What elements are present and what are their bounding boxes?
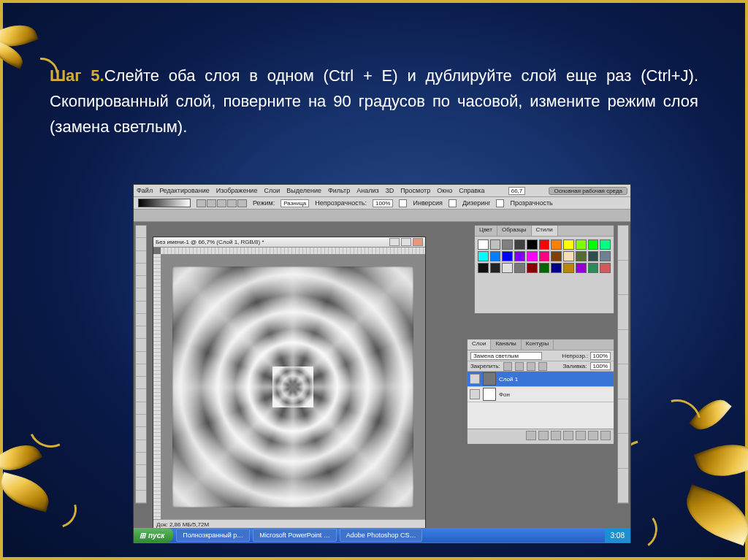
windows-taskbar: ⊞ пуск Полноэкранный р… Microsoft PowerP… [134, 528, 630, 542]
adjustment-layer-icon[interactable] [563, 431, 573, 440]
style-swatch[interactable] [502, 239, 513, 250]
menu-filter[interactable]: Фильтр [328, 187, 350, 194]
system-tray[interactable]: 3:08 [605, 528, 630, 542]
gradient-preview[interactable] [138, 199, 191, 207]
swatch-grid[interactable] [475, 237, 614, 276]
style-swatch[interactable] [539, 239, 550, 250]
menu-file[interactable]: Файл [137, 187, 153, 194]
close-button[interactable] [413, 238, 423, 246]
style-swatch[interactable] [502, 263, 513, 273]
taskbar-item[interactable]: Adobe Photoshop CS… [340, 529, 423, 542]
document-window: Без имени-1 @ 66,7% (Слой 1, RGB/8) * До… [153, 237, 426, 530]
mode-label: Режим: [253, 199, 275, 207]
style-swatch[interactable] [478, 263, 489, 273]
style-swatch[interactable] [551, 239, 562, 250]
style-swatch[interactable] [588, 239, 599, 250]
link-layers-icon[interactable] [526, 431, 536, 440]
menu-help[interactable]: Справка [459, 187, 484, 194]
style-swatch[interactable] [478, 239, 489, 250]
lock-position-icon[interactable] [527, 362, 535, 371]
style-swatch[interactable] [551, 263, 562, 273]
minimize-button[interactable] [389, 238, 400, 246]
lock-pixels-icon[interactable] [515, 362, 524, 371]
tab-swatches[interactable]: Образцы [497, 226, 532, 236]
style-swatch[interactable] [563, 263, 574, 273]
tab-styles[interactable]: Стили [532, 226, 558, 236]
dither-label: Дизеринг [462, 199, 490, 207]
new-layer-icon[interactable] [588, 431, 598, 440]
style-swatch[interactable] [563, 251, 574, 261]
style-swatch[interactable] [576, 239, 587, 250]
tab-channels[interactable]: Каналы [491, 340, 521, 350]
fill-field[interactable]: 100% [590, 362, 611, 370]
style-swatch[interactable] [514, 239, 525, 250]
style-swatch[interactable] [576, 263, 587, 273]
layer-opacity-field[interactable]: 100% [590, 352, 611, 360]
style-swatch[interactable] [490, 239, 501, 250]
toolbox[interactable] [135, 225, 147, 504]
style-swatch[interactable] [514, 263, 525, 273]
style-swatch[interactable] [551, 251, 562, 261]
style-swatch[interactable] [490, 251, 501, 261]
style-swatch[interactable] [527, 239, 538, 250]
style-swatch[interactable] [490, 263, 501, 273]
layer-style-icon[interactable] [538, 431, 549, 440]
start-label: пуск [148, 532, 164, 540]
lock-transparency-icon[interactable] [503, 362, 512, 371]
style-swatch[interactable] [527, 263, 538, 273]
style-swatch[interactable] [588, 263, 599, 273]
layer-row[interactable]: Слой 1 [468, 372, 614, 387]
transparency-checkbox[interactable] [496, 199, 504, 207]
menu-layers[interactable]: Слои [264, 187, 280, 194]
style-swatch[interactable] [478, 251, 489, 261]
blend-mode-select[interactable]: Замена светлым [470, 352, 542, 360]
taskbar-item[interactable]: Microsoft PowerPoint … [253, 529, 337, 542]
style-swatch[interactable] [539, 263, 550, 273]
trash-icon[interactable] [600, 431, 611, 440]
instruction-text: Слейте оба слоя в одном (Ctrl + E) и дуб… [50, 66, 698, 136]
layer-name: Фон [499, 391, 510, 398]
menu-3d[interactable]: 3D [386, 187, 394, 194]
style-swatch[interactable] [600, 239, 611, 250]
taskbar-item[interactable]: Полноэкранный р… [176, 529, 250, 542]
workspace-switcher[interactable]: Основная рабочая среда [549, 187, 627, 195]
menu-image[interactable]: Изображение [216, 187, 258, 194]
style-swatch[interactable] [563, 239, 574, 250]
tab-layers[interactable]: Слои [468, 340, 491, 350]
maximize-button[interactable] [401, 238, 411, 246]
style-swatch[interactable] [588, 251, 599, 261]
right-dock[interactable] [617, 225, 629, 504]
style-swatch[interactable] [539, 251, 550, 261]
layer-mask-icon[interactable] [551, 431, 561, 440]
lock-all-icon[interactable] [538, 362, 547, 371]
canvas[interactable] [161, 254, 425, 519]
visibility-icon[interactable] [470, 389, 480, 399]
style-swatch[interactable] [502, 251, 513, 261]
inverse-checkbox[interactable] [399, 199, 407, 207]
zoom-field[interactable]: 66,7 [508, 187, 526, 195]
tab-color[interactable]: Цвет [475, 226, 497, 236]
menu-analysis[interactable]: Анализ [356, 187, 378, 194]
dither-checkbox[interactable] [449, 199, 457, 207]
document-title: Без имени-1 @ 66,7% (Слой 1, RGB/8) * [156, 239, 264, 245]
menu-select[interactable]: Выделение [286, 187, 321, 194]
style-swatch[interactable] [514, 251, 525, 261]
blend-mode-field[interactable]: Разница [280, 199, 309, 207]
start-button[interactable]: ⊞ пуск [134, 528, 173, 542]
style-swatch[interactable] [600, 251, 611, 261]
style-swatch[interactable] [600, 263, 611, 273]
document-titlebar[interactable]: Без имени-1 @ 66,7% (Слой 1, RGB/8) * [153, 237, 425, 248]
group-icon[interactable] [576, 431, 586, 440]
menu-window[interactable]: Окно [437, 187, 452, 194]
opacity-field[interactable]: 100% [373, 199, 393, 207]
style-swatch[interactable] [576, 251, 587, 261]
layer-row[interactable]: Фон [468, 387, 614, 402]
gradient-type-buttons[interactable] [196, 199, 247, 207]
visibility-icon[interactable] [470, 374, 480, 384]
style-swatch[interactable] [527, 251, 538, 261]
tab-paths[interactable]: Контуры [522, 340, 554, 350]
menu-edit[interactable]: Редактирование [159, 187, 210, 194]
menu-view[interactable]: Просмотр [400, 187, 430, 194]
slide: Шаг 5.Слейте оба слоя в одном (Ctrl + E)… [0, 0, 748, 560]
layers-panel: Слои Каналы Контуры Замена светлым Непро… [467, 339, 614, 442]
